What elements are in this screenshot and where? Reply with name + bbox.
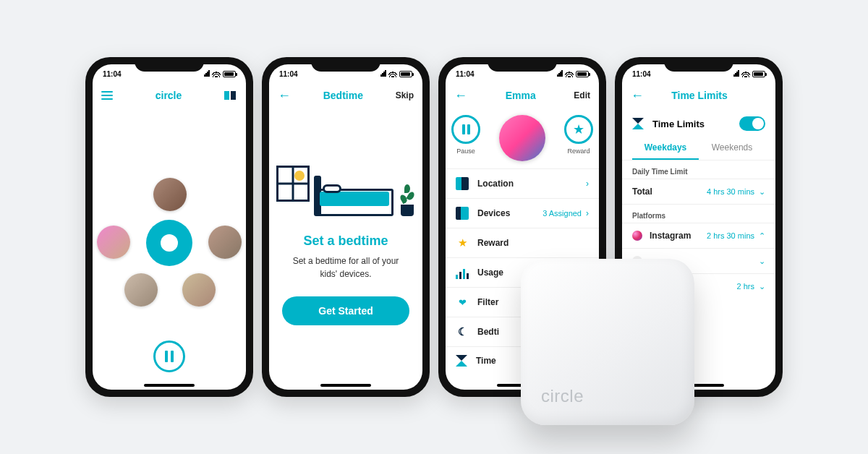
clock: 11:04 [632,70,651,78]
section-platforms: Platforms [622,204,775,223]
battery-icon [399,71,412,77]
devices-icon [456,207,469,220]
profile-avatar[interactable] [499,115,545,161]
skip-button[interactable]: Skip [396,90,414,100]
bedtime-body: Set a bedtime for all of your kids' devi… [269,254,422,280]
chevron-down-icon: ⌄ [759,282,765,291]
signal-icon [204,70,210,78]
family-avatar[interactable] [97,226,130,259]
instagram-icon [632,231,642,241]
hourglass-icon [632,118,644,129]
reward-icon [456,236,469,249]
family-avatar[interactable] [153,178,187,211]
window-icon [276,166,310,202]
wifi-icon [212,71,221,77]
signal-icon [380,70,386,78]
home-center-button[interactable] [146,220,192,266]
signal-icon [733,70,739,78]
wifi-icon [741,71,750,77]
back-button[interactable]: ← [631,88,644,103]
app-title: circle [156,90,182,101]
page-title: Time Limits [671,90,728,101]
menu-row-devices[interactable]: Devices 3 Assigned › [446,198,599,228]
reward-label: Reward [567,147,590,155]
bed-icon [315,173,393,216]
signal-icon [557,70,563,78]
edit-button[interactable]: Edit [574,90,590,100]
clock: 11:04 [279,70,298,78]
device-logo: circle [541,386,584,406]
phone-bedtime: 11:04 ← Bedtime Skip [262,57,430,397]
family-avatar[interactable] [208,226,242,259]
star-icon: ★ [564,115,593,144]
clock: 11:04 [103,70,122,78]
circle-device: circle [521,259,694,425]
chevron-right-icon: › [586,179,589,189]
usage-icon [456,266,469,279]
phone-home: 11:04 circle [85,57,253,397]
plant-icon [399,180,415,216]
chevron-up-icon: ⌃ [759,231,765,241]
tab-weekdays[interactable]: Weekdays [632,142,699,160]
bedtime-heading: Set a bedtime [269,234,422,249]
wifi-icon [565,71,574,77]
hamburger-menu-icon[interactable] [101,91,113,100]
limit-row-instagram[interactable]: Instagram 2 hrs 30 mins ⌃ [622,223,775,248]
back-button[interactable]: ← [278,88,291,103]
reward-button[interactable]: ★ Reward [564,115,593,161]
tab-weekends[interactable]: Weekends [699,142,765,160]
family-avatar[interactable] [182,273,216,307]
get-started-button[interactable]: Get Started [282,296,409,325]
page-title: Bedtime [323,90,363,101]
time-limits-toggle-row[interactable]: Time Limits [622,108,775,140]
pause-label: Pause [456,147,475,155]
pause-icon [451,115,480,144]
family-avatar[interactable] [124,273,158,307]
location-icon [456,177,469,190]
battery-icon [576,71,589,77]
bedtime-icon [456,325,469,338]
clock: 11:04 [456,70,475,78]
battery-icon [223,71,236,77]
device-status-icon[interactable] [224,91,237,100]
profile-name: Emma [506,90,536,101]
pause-all-button[interactable] [153,340,185,372]
limit-row-total[interactable]: Total 4 hrs 30 mins ⌄ [622,179,775,204]
bedtime-illustration [269,108,422,216]
back-button[interactable]: ← [454,88,467,103]
wifi-icon [388,71,397,77]
menu-row-rewards[interactable]: Reward [446,228,599,257]
hourglass-icon [456,355,467,367]
chevron-right-icon: › [586,208,589,218]
toggle-switch[interactable] [739,116,765,131]
battery-icon [752,71,765,77]
filter-icon [456,296,469,309]
menu-row-location[interactable]: Location › [446,168,599,198]
section-daily: Daily Time Limit [622,160,775,179]
pause-button[interactable]: Pause [451,115,480,161]
chevron-down-icon: ⌄ [759,257,765,266]
chevron-down-icon: ⌄ [759,187,765,197]
moon-icon [294,171,305,181]
